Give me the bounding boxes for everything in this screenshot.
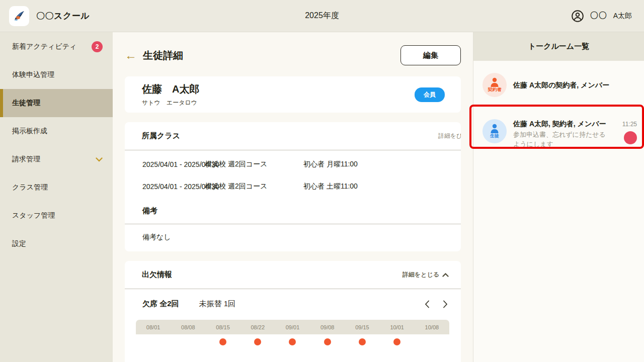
- sidebar-item-label: 生徒管理: [12, 99, 40, 108]
- talk-room-panel: トークルーム一覧 契約者 佐藤 A太郎の契約者, メンバー 生徒 佐藤 A太郎,…: [473, 32, 644, 362]
- avatar-role-label: 生徒: [490, 133, 499, 139]
- chevron-down-icon: [96, 157, 103, 162]
- sidebar-item-label: 体験申込管理: [12, 70, 54, 79]
- note-value: 備考なし: [125, 224, 461, 251]
- avatar-role-label: 契約者: [488, 86, 502, 93]
- attendance-dot: [324, 338, 331, 345]
- date-label: 08/22: [240, 320, 275, 334]
- sidebar: 新着アクティビティ 2 体験申込管理 生徒管理 掲示板作成 請求管理 クラス管理…: [0, 32, 113, 362]
- talk-room-item[interactable]: 契約者 佐藤 A太郎の契約者, メンバー: [473, 67, 644, 103]
- class-schedule: 初心者 月曜11:00: [303, 160, 449, 169]
- student-summary-card: 佐藤 A太郎 サトウ エータロウ 会員: [125, 76, 461, 113]
- class-period: 2025/04/01 - 2025/04/30: [142, 160, 205, 168]
- attendance-marks-row: [136, 334, 449, 354]
- date-label: 10/01: [380, 320, 415, 334]
- school-name: 〇〇スクール: [36, 10, 90, 22]
- class-section-card: 所属クラス 詳細をひらく 2025/04/01 - 2025/04/30 横浜校…: [125, 122, 461, 251]
- class-row: 2025/04/01 - 2025/04/30 横浜校 週2回コース 初心者 月…: [125, 150, 461, 175]
- date-label: 08/15: [205, 320, 240, 334]
- sidebar-item-label: 請求管理: [12, 155, 40, 164]
- class-course: 横浜校 週2回コース: [205, 160, 303, 169]
- date-label: 08/08: [171, 320, 205, 334]
- talk-room-title: 佐藤 A太郎の契約者, メンバー: [513, 80, 609, 89]
- person-icon: [489, 124, 500, 134]
- membership-badge: 会員: [415, 87, 445, 102]
- sidebar-item-student-management[interactable]: 生徒管理: [0, 89, 113, 117]
- class-schedule: 初心者 土曜11:00: [303, 182, 449, 191]
- sidebar-item-staff-management[interactable]: スタッフ管理: [0, 202, 113, 230]
- notification-badge: 2: [92, 41, 103, 52]
- date-label: 09/15: [345, 320, 379, 334]
- date-label: 08/01: [136, 320, 171, 334]
- class-period: 2025/04/01 - 2025/04/30: [142, 183, 205, 191]
- talk-room-panel-title: トークルーム一覧: [473, 32, 644, 61]
- attendance-dot: [393, 338, 400, 345]
- contractor-avatar: 契約者: [482, 73, 507, 97]
- student-furigana: サトウ エータロウ: [142, 99, 199, 107]
- sidebar-item-class-management[interactable]: クラス管理: [0, 173, 113, 202]
- class-detail-link-label: 詳細をひらく: [438, 122, 461, 150]
- attendance-section-title: 出欠情報: [142, 270, 172, 280]
- sidebar-item-billing-management[interactable]: 請求管理: [0, 145, 113, 173]
- sidebar-item-label: クラス管理: [12, 183, 48, 192]
- class-section-title: 所属クラス: [142, 131, 180, 141]
- student-avatar: 生徒: [482, 119, 507, 143]
- untransferred-count: 未振替 1回: [199, 299, 236, 309]
- attendance-date-header: 08/01 08/08 08/15 08/22 09/01 09/08 09/1…: [136, 320, 449, 334]
- logo-bird-icon: [12, 9, 27, 24]
- main-content: ← 生徒詳細 編集 佐藤 A太郎 サトウ エータロウ 会員 所属クラス 詳細をひ…: [113, 32, 473, 362]
- app-header: 〇〇スクール 2025年度 〇〇 A太郎: [0, 0, 644, 32]
- class-row: 2025/04/01 - 2025/04/30 横浜校 週2回コース 初心者 土…: [125, 175, 461, 198]
- sidebar-item-label: 設定: [12, 239, 26, 248]
- talk-room-message-preview: 参加申込書、忘れずに持たせるようにします: [513, 130, 612, 149]
- edit-button[interactable]: 編集: [400, 45, 461, 65]
- sidebar-item-trial-applications[interactable]: 体験申込管理: [0, 61, 113, 89]
- talk-room-timestamp: 11:25: [619, 121, 637, 128]
- user-org: 〇〇: [590, 11, 607, 21]
- attendance-section-card: 出欠情報 詳細をとじる 欠席 全2回 未振替 1回 08/01 08/08 08…: [125, 261, 461, 362]
- sidebar-item-label: 掲示板作成: [12, 127, 47, 136]
- note-section-title: 備考: [142, 206, 157, 216]
- attendance-dot: [289, 338, 296, 345]
- sidebar-item-label: スタッフ管理: [12, 211, 55, 220]
- attendance-dot: [254, 338, 261, 345]
- sidebar-item-label: 新着アクティビティ: [12, 42, 76, 51]
- attendance-detail-link[interactable]: 詳細をとじる: [403, 270, 449, 279]
- talk-room-title: 佐藤 A太郎, 契約者, メンバー: [513, 119, 606, 128]
- date-label: 10/08: [415, 320, 449, 334]
- account-icon[interactable]: [571, 10, 584, 23]
- person-icon: [489, 77, 500, 87]
- date-label: 09/01: [275, 320, 310, 334]
- attendance-dot: [219, 338, 226, 345]
- student-name: 佐藤 A太郎: [142, 82, 199, 96]
- fiscal-year-title: 2025年度: [0, 11, 644, 21]
- absence-summary: 欠席 全2回: [142, 299, 179, 309]
- prev-week-icon[interactable]: [425, 300, 430, 308]
- next-week-icon[interactable]: [443, 300, 448, 308]
- class-detail-link[interactable]: 詳細をひらく: [438, 122, 461, 150]
- attendance-detail-link-label: 詳細をとじる: [403, 270, 439, 279]
- unread-indicator: [624, 131, 637, 144]
- date-label: 09/08: [310, 320, 345, 334]
- page-title: 生徒詳細: [143, 49, 183, 62]
- attendance-dot: [359, 338, 366, 345]
- sidebar-item-settings[interactable]: 設定: [0, 230, 113, 258]
- back-arrow-icon[interactable]: ←: [125, 49, 137, 61]
- sidebar-item-new-activity[interactable]: 新着アクティビティ 2: [0, 33, 113, 61]
- user-name: A太郎: [613, 12, 632, 21]
- class-course: 横浜校 週2回コース: [205, 182, 303, 191]
- talk-room-item-highlighted[interactable]: 生徒 佐藤 A太郎, 契約者, メンバー 11:25 参加申込書、忘れずに持たせ…: [473, 110, 644, 155]
- school-logo: [9, 6, 29, 26]
- chevron-up-icon: [442, 273, 449, 277]
- sidebar-item-board-creation[interactable]: 掲示板作成: [0, 117, 113, 145]
